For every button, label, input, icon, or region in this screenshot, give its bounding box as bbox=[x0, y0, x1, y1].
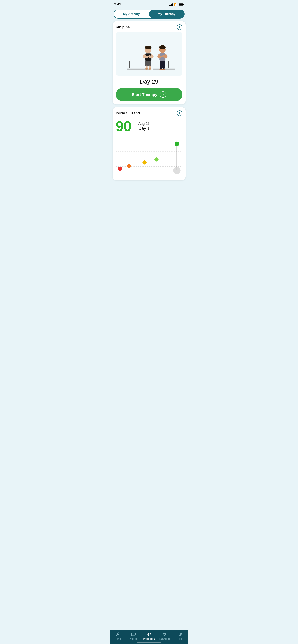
impact-day-label: Day 1 bbox=[138, 126, 150, 131]
impact-title: IMPACT Trend bbox=[116, 111, 140, 115]
home-indicator bbox=[137, 642, 161, 643]
svg-rect-6 bbox=[134, 61, 134, 68]
signal-icon bbox=[169, 3, 173, 6]
svg-point-46 bbox=[174, 142, 179, 146]
svg-marker-50 bbox=[133, 634, 134, 635]
tab-my-therapy[interactable]: My Therapy bbox=[149, 10, 184, 18]
status-icons: 📶 bbox=[169, 2, 184, 6]
main-content: nuSpine ? bbox=[110, 21, 188, 196]
svg-point-29 bbox=[162, 55, 165, 57]
nav-prescription[interactable]: Prescription bbox=[143, 632, 155, 640]
svg-point-53 bbox=[163, 633, 166, 635]
svg-point-58 bbox=[181, 635, 181, 636]
knowledge-icon bbox=[162, 632, 167, 637]
prescription-icon bbox=[146, 632, 152, 637]
day-label: Day 29 bbox=[116, 78, 183, 85]
impact-score: 90 bbox=[116, 119, 132, 134]
nav-prescription-label: Prescription bbox=[143, 638, 155, 640]
nav-profile[interactable]: Profile bbox=[112, 632, 124, 640]
help-icon bbox=[178, 632, 183, 637]
impact-header: IMPACT Trend ? bbox=[116, 110, 183, 116]
start-arrow-icon: → bbox=[160, 92, 166, 98]
svg-point-44 bbox=[142, 160, 146, 164]
svg-point-12 bbox=[145, 56, 148, 58]
svg-point-57 bbox=[179, 635, 180, 636]
svg-rect-30 bbox=[160, 61, 165, 68]
svg-point-18 bbox=[148, 68, 151, 70]
therapy-card-header: nuSpine ? bbox=[116, 24, 183, 30]
score-divider bbox=[135, 119, 135, 133]
tab-my-activity[interactable]: My Activity bbox=[114, 10, 149, 18]
svg-rect-20 bbox=[168, 61, 173, 61]
impact-score-row: 90 Aug 19 Day 1 bbox=[116, 119, 183, 134]
nav-videos[interactable]: Videos bbox=[128, 632, 139, 640]
svg-point-45 bbox=[155, 158, 159, 162]
svg-point-28 bbox=[160, 56, 163, 57]
therapy-card: nuSpine ? bbox=[112, 21, 186, 105]
chart-svg bbox=[116, 137, 183, 177]
svg-point-47 bbox=[117, 632, 119, 634]
svg-point-17 bbox=[145, 68, 148, 70]
status-time: 9:41 bbox=[114, 2, 121, 6]
svg-point-43 bbox=[127, 164, 131, 168]
impact-help-button[interactable]: ? bbox=[177, 110, 183, 116]
nav-knowledge-label: Knowledge bbox=[159, 638, 170, 640]
nav-help[interactable]: Help bbox=[174, 632, 186, 640]
svg-rect-8 bbox=[129, 61, 130, 66]
impact-date-info: Aug 19 Day 1 bbox=[138, 122, 150, 131]
svg-point-41 bbox=[173, 167, 181, 174]
videos-icon bbox=[131, 632, 136, 637]
svg-rect-24 bbox=[173, 61, 173, 66]
program-label: nuSpine bbox=[116, 25, 130, 29]
svg-rect-4 bbox=[129, 61, 134, 61]
svg-point-26 bbox=[159, 45, 166, 49]
tab-switcher: My Activity My Therapy bbox=[113, 10, 185, 19]
battery-icon bbox=[179, 3, 184, 6]
start-therapy-label: Start Therapy bbox=[132, 92, 158, 97]
svg-point-13 bbox=[148, 55, 151, 57]
start-therapy-button[interactable]: Start Therapy → bbox=[116, 88, 183, 101]
svg-rect-21 bbox=[168, 61, 169, 68]
impact-chart bbox=[116, 137, 183, 177]
svg-rect-23 bbox=[168, 68, 173, 68]
svg-point-42 bbox=[118, 167, 122, 171]
nav-videos-label: Videos bbox=[130, 638, 137, 640]
exercise-image bbox=[116, 32, 183, 76]
status-bar: 9:41 📶 bbox=[110, 0, 188, 8]
impact-trend-card: IMPACT Trend ? 90 Aug 19 Day 1 bbox=[112, 107, 186, 180]
svg-point-33 bbox=[160, 69, 163, 70]
svg-rect-1 bbox=[183, 4, 184, 5]
impact-date: Aug 19 bbox=[138, 122, 150, 126]
therapy-help-button[interactable]: ? bbox=[177, 24, 183, 30]
profile-icon bbox=[115, 632, 121, 637]
nav-profile-label: Profile bbox=[115, 638, 121, 640]
svg-rect-2 bbox=[179, 4, 183, 5]
svg-rect-56 bbox=[178, 633, 181, 635]
wifi-icon: 📶 bbox=[174, 2, 178, 6]
svg-point-34 bbox=[162, 69, 165, 70]
svg-rect-14 bbox=[145, 61, 151, 66]
nav-help-label: Help bbox=[178, 638, 182, 640]
nav-knowledge[interactable]: Knowledge bbox=[159, 632, 171, 640]
svg-point-10 bbox=[145, 46, 152, 49]
svg-rect-7 bbox=[129, 68, 134, 68]
exercise-illustration bbox=[116, 32, 183, 76]
